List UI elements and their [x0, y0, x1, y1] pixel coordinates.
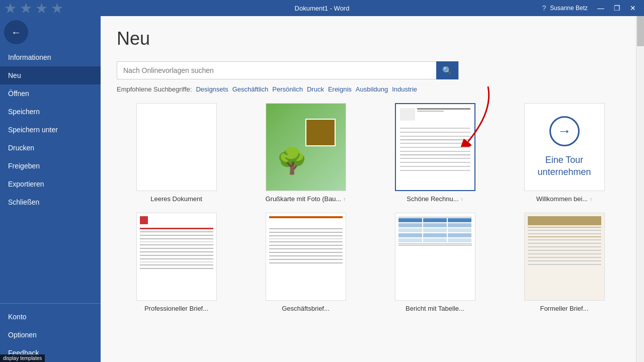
sidebar-divider	[0, 303, 101, 304]
fb-3	[528, 239, 601, 240]
tr-4	[398, 233, 472, 237]
sidebar-item-exportieren[interactable]: Exportieren	[0, 175, 101, 193]
sidebar-item-speichern-unter[interactable]: Speichern unter	[0, 121, 101, 139]
sidebar-item-oeffnen[interactable]: Öffnen	[0, 84, 101, 103]
l2b-6	[269, 248, 343, 249]
sidebar-label-informationen: Informationen	[8, 53, 51, 61]
letter1-preview	[137, 213, 216, 300]
photo-placeholder	[305, 119, 336, 146]
window-controls: ? Susanne Betz — ❐ ✕	[542, 1, 640, 15]
inv-block-8	[400, 162, 470, 163]
inv-sep	[400, 139, 470, 140]
term-persoenlich[interactable]: Persönlich	[272, 85, 303, 93]
table-preview	[395, 213, 475, 300]
star-2: ★	[20, 0, 32, 17]
template-item-letter1[interactable]: Professioneller Brief...	[117, 213, 236, 312]
template-item-tour[interactable]: → Eine Tourunternehmen Willkommen bei...…	[505, 103, 624, 203]
blank-doc-preview	[137, 104, 216, 191]
l2b-7	[269, 252, 343, 253]
tl-2	[398, 243, 472, 244]
sidebar-item-speichern[interactable]: Speichern	[0, 103, 101, 121]
l2b-2	[269, 232, 343, 233]
fb-1	[528, 230, 601, 231]
search-input[interactable]	[117, 66, 436, 74]
sidebar-item-konto[interactable]: Konto	[0, 308, 101, 326]
term-ereignis[interactable]: Ereignis	[328, 85, 352, 93]
maximize-button[interactable]: ❐	[610, 1, 624, 15]
l2b-9	[269, 259, 343, 260]
fl-1	[528, 227, 601, 228]
lb-6	[140, 251, 213, 252]
template-label-letter2: Geschäftsbrief...	[282, 305, 330, 312]
green-card-preview: 🌳	[266, 104, 346, 191]
tr-2	[398, 223, 472, 227]
inv-header	[400, 108, 470, 123]
search-button[interactable]: 🔍	[436, 61, 458, 79]
template-thumb-tour: → Eine Tourunternehmen	[524, 103, 605, 191]
inv-logo	[400, 108, 415, 121]
lb-1	[140, 231, 213, 232]
l2b-10	[269, 262, 343, 263]
template-item-fancy[interactable]: Formeller Brief...	[505, 213, 624, 312]
sidebar-label-optionen: Optionen	[8, 331, 37, 339]
template-item-letter2[interactable]: Geschäftsbrief...	[246, 213, 365, 312]
page-title: Neu	[117, 28, 628, 49]
letter2-preview	[266, 213, 346, 300]
sidebar-label-konto: Konto	[8, 313, 27, 321]
sidebar-label-schliessen: Schließen	[8, 198, 39, 206]
inv-block-3	[400, 136, 470, 137]
sidebar-label-freigeben: Freigeben	[8, 162, 40, 170]
lb-10	[140, 268, 213, 269]
sidebar-item-neu[interactable]: Neu	[0, 66, 101, 84]
term-druck[interactable]: Druck	[307, 85, 324, 93]
inv-block-4	[400, 143, 470, 144]
premium-icon-greeting: ↑	[343, 196, 346, 202]
minimize-button[interactable]: —	[594, 1, 608, 15]
template-thumb-letter1	[136, 213, 217, 301]
template-item-invoice[interactable]: Schöne Rechnu... ↑	[375, 103, 495, 203]
l2b-8	[269, 255, 343, 256]
back-button[interactable]: ←	[4, 20, 28, 44]
sidebar-label-speichern-unter: Speichern unter	[8, 126, 58, 134]
star-1: ★	[4, 0, 17, 17]
inv-block-2	[400, 132, 470, 133]
letter-header	[140, 216, 213, 226]
template-item-blank[interactable]: Leeres Dokument	[117, 103, 236, 203]
scrollbar[interactable]	[636, 16, 644, 362]
sidebar-bottom: Konto Optionen Feedback	[0, 299, 101, 362]
help-button[interactable]: ?	[542, 4, 546, 12]
sidebar-item-schliessen[interactable]: Schließen	[0, 193, 101, 211]
sidebar-label-neu: Neu	[8, 71, 21, 79]
tooltip-text: display templates	[0, 354, 45, 362]
sidebar-item-optionen[interactable]: Optionen	[0, 326, 101, 344]
inv-line-1	[417, 108, 470, 110]
star-4: ★	[51, 0, 63, 17]
user-name: Susanne Betz	[550, 5, 588, 12]
template-thumb-fancy	[524, 213, 605, 301]
sidebar-item-drucken[interactable]: Drucken	[0, 139, 101, 157]
template-label-letter1: Professioneller Brief...	[144, 305, 208, 312]
premium-icon-tour: ↑	[590, 196, 593, 202]
inv-lines	[417, 108, 470, 112]
term-ausbildung[interactable]: Ausbildung	[356, 85, 388, 93]
template-item-table[interactable]: Bericht mit Tabelle...	[375, 213, 495, 312]
search-icon: 🔍	[442, 66, 452, 75]
back-icon: ←	[11, 27, 21, 38]
sidebar-item-freigeben[interactable]: Freigeben	[0, 157, 101, 175]
fb-9	[528, 260, 601, 261]
term-designsets[interactable]: Designsets	[196, 85, 228, 93]
premium-icon-invoice: ↑	[460, 196, 463, 202]
template-label-invoice: Schöne Rechnu... ↑	[407, 195, 463, 203]
suggested-label: Empfohlene Suchbegriffe:	[117, 85, 192, 93]
sidebar-item-informationen[interactable]: Informationen	[0, 48, 101, 66]
inv-block-9	[400, 166, 470, 167]
term-industrie[interactable]: Industrie	[392, 85, 417, 93]
template-item-greeting[interactable]: 🌳 Grußkarte mit Foto (Bau... ↑	[246, 103, 365, 203]
close-button[interactable]: ✕	[626, 1, 640, 15]
inv-block-10	[400, 170, 470, 171]
fancy-preview	[525, 213, 604, 300]
term-geschaeftlich[interactable]: Geschäftlich	[232, 85, 269, 93]
tl-1	[398, 217, 472, 218]
lb-4	[140, 244, 213, 245]
scrollbar-thumb[interactable]	[637, 16, 644, 46]
